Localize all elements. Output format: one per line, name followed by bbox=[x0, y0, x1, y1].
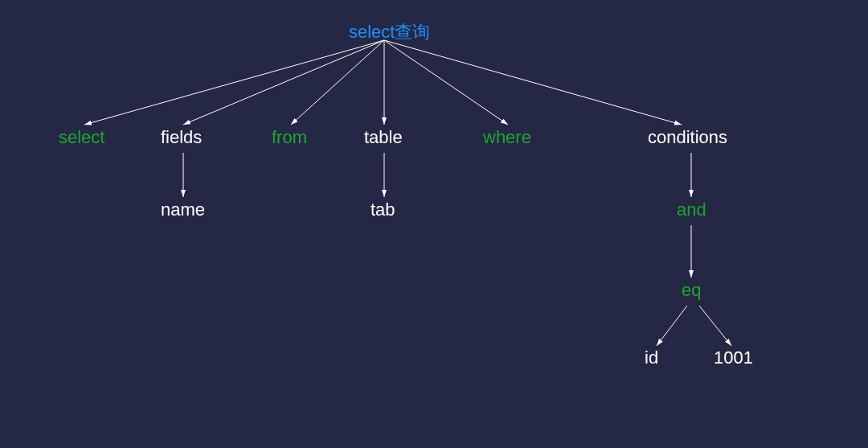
node-eq: eq bbox=[682, 280, 701, 301]
node-tab: tab bbox=[371, 199, 395, 220]
node-where: where bbox=[483, 127, 531, 148]
node-select: select bbox=[59, 127, 104, 148]
node-id: id bbox=[645, 347, 658, 368]
svg-line-1 bbox=[183, 40, 384, 125]
svg-line-2 bbox=[291, 40, 384, 125]
node-table: table bbox=[364, 127, 403, 148]
svg-line-0 bbox=[84, 40, 384, 125]
svg-line-10 bbox=[657, 306, 687, 346]
node-name: name bbox=[161, 199, 205, 220]
node-val: 1001 bbox=[714, 347, 753, 368]
svg-line-11 bbox=[699, 306, 731, 346]
svg-line-5 bbox=[384, 40, 682, 125]
node-from: from bbox=[272, 127, 307, 148]
node-and: and bbox=[677, 199, 706, 220]
svg-line-4 bbox=[384, 40, 508, 125]
node-fields: fields bbox=[161, 127, 202, 148]
node-root: select查询 bbox=[349, 20, 430, 44]
tree-edges bbox=[0, 0, 868, 448]
node-conditions: conditions bbox=[648, 127, 727, 148]
